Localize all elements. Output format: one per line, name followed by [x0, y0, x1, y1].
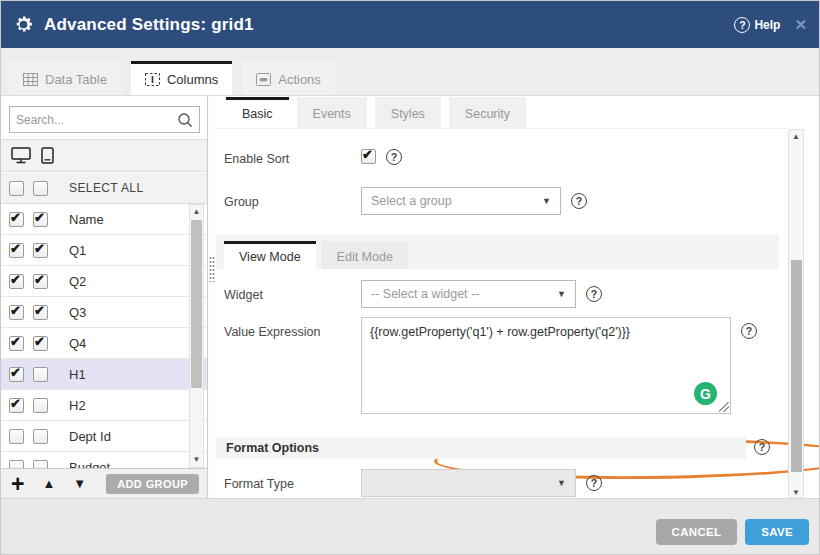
enable-sort-checkbox[interactable]	[361, 149, 376, 164]
columns-left-panel: SELECT ALL Name Q1 Q2 Q3 Q4 H1 H2	[1, 96, 208, 498]
select-all-label: SELECT ALL	[69, 181, 144, 195]
select-all-mobile-checkbox[interactable]	[33, 181, 48, 196]
column-name: H2	[69, 398, 86, 413]
columns-icon	[145, 73, 160, 86]
column-row[interactable]: Q4	[1, 328, 207, 359]
column-name: Budget	[69, 460, 110, 469]
column-name: Q2	[69, 274, 86, 289]
group-label: Group	[224, 195, 259, 209]
format-type-help-icon[interactable]	[586, 475, 602, 491]
gear-icon	[13, 14, 34, 35]
chevron-down-icon	[542, 196, 551, 206]
column-row[interactable]: Q3	[1, 297, 207, 328]
scrollbar-thumb[interactable]	[191, 220, 202, 388]
column-name: Q4	[69, 336, 86, 351]
mobile-checkbox[interactable]	[33, 336, 48, 351]
column-list-scrollbar[interactable]: ▲ ▼	[189, 204, 204, 468]
desktop-checkbox[interactable]	[9, 212, 24, 227]
column-row[interactable]: Dept Id	[1, 421, 207, 452]
value-expression-help-icon[interactable]	[741, 323, 757, 339]
mobile-checkbox[interactable]	[33, 367, 48, 382]
tab-view-mode[interactable]: View Mode	[224, 241, 316, 269]
add-column-button[interactable]: +	[11, 473, 24, 495]
tab-events[interactable]: Events	[297, 97, 367, 128]
move-down-button[interactable]: ▼	[73, 476, 86, 491]
tab-security[interactable]: Security	[449, 97, 526, 128]
desktop-icon[interactable]	[11, 147, 31, 164]
mobile-checkbox[interactable]	[33, 429, 48, 444]
save-button[interactable]: SAVE	[745, 519, 809, 545]
column-name: Dept Id	[69, 429, 111, 444]
chevron-down-icon	[557, 289, 566, 299]
help-button[interactable]: Help	[734, 17, 780, 33]
mobile-icon[interactable]	[41, 147, 54, 164]
scrollbar-thumb[interactable]	[791, 260, 802, 472]
column-name: Name	[69, 212, 104, 227]
enable-sort-label: Enable Sort	[224, 152, 289, 166]
close-icon[interactable]	[794, 17, 807, 32]
search-input[interactable]	[10, 113, 177, 127]
settings-scrollbar[interactable]: ▲ ▼	[788, 129, 804, 501]
main-tab-bar: Data Table Columns Actions	[1, 48, 819, 96]
format-options-header: Format Options	[216, 437, 746, 459]
tab-edit-mode[interactable]: Edit Mode	[322, 241, 408, 269]
search-icon	[177, 112, 193, 128]
scroll-down-icon[interactable]: ▼	[190, 453, 203, 467]
tab-actions[interactable]: Actions	[242, 61, 335, 95]
column-row[interactable]: H2	[1, 390, 207, 421]
format-type-select[interactable]	[361, 469, 576, 497]
left-panel-footer: + ▲ ▼ ADD GROUP	[1, 468, 207, 498]
desktop-checkbox[interactable]	[9, 274, 24, 289]
add-group-button[interactable]: ADD GROUP	[106, 474, 199, 494]
desktop-checkbox[interactable]	[9, 305, 24, 320]
column-row[interactable]: Name	[1, 204, 207, 235]
scroll-up-icon[interactable]: ▲	[789, 130, 803, 144]
cancel-button[interactable]: CANCEL	[656, 519, 738, 545]
mobile-checkbox[interactable]	[33, 398, 48, 413]
tab-columns[interactable]: Columns	[131, 61, 232, 95]
group-select[interactable]: Select a group	[361, 187, 561, 215]
widget-help-icon[interactable]	[586, 286, 602, 302]
basic-settings-form: Enable Sort Group Select a group View Mo…	[216, 129, 787, 501]
column-name: Q1	[69, 243, 86, 258]
mobile-checkbox[interactable]	[33, 274, 48, 289]
mobile-checkbox[interactable]	[33, 243, 48, 258]
tab-styles[interactable]: Styles	[375, 97, 441, 128]
mode-tab-strip: View Mode Edit Mode	[216, 234, 779, 269]
move-up-button[interactable]: ▲	[42, 476, 55, 491]
actions-icon	[256, 73, 271, 86]
desktop-checkbox[interactable]	[9, 367, 24, 382]
dialog-title: Advanced Settings: grid1	[44, 15, 254, 35]
value-expression-textarea[interactable]: {{row.getProperty('q1') + row.getPropert…	[361, 317, 731, 414]
mobile-checkbox[interactable]	[33, 460, 48, 469]
column-row[interactable]: H1	[1, 359, 207, 390]
help-icon	[734, 17, 750, 33]
mobile-checkbox[interactable]	[33, 305, 48, 320]
format-options-help-icon[interactable]	[754, 439, 770, 455]
desktop-checkbox[interactable]	[9, 243, 24, 258]
desktop-checkbox[interactable]	[9, 336, 24, 351]
panel-splitter[interactable]	[208, 96, 216, 498]
column-row[interactable]: Q2	[1, 266, 207, 297]
column-row[interactable]: Q1	[1, 235, 207, 266]
grammarly-icon[interactable]: G	[694, 382, 717, 405]
enable-sort-help-icon[interactable]	[386, 149, 402, 165]
desktop-checkbox[interactable]	[9, 429, 24, 444]
mobile-checkbox[interactable]	[33, 212, 48, 227]
advanced-settings-dialog: Advanced Settings: grid1 Help Data Table…	[0, 0, 820, 555]
column-name: H1	[69, 367, 86, 382]
value-expression-label: Value Expression	[224, 325, 320, 339]
group-help-icon[interactable]	[571, 193, 587, 209]
select-all-desktop-checkbox[interactable]	[9, 181, 24, 196]
tab-data-table[interactable]: Data Table	[9, 61, 121, 95]
desktop-checkbox[interactable]	[9, 460, 24, 469]
resize-handle-icon[interactable]	[719, 402, 729, 412]
widget-select[interactable]: -- Select a widget --	[361, 280, 576, 308]
column-row[interactable]: Budget	[1, 452, 207, 468]
select-all-row[interactable]: SELECT ALL	[1, 173, 207, 204]
desktop-checkbox[interactable]	[9, 398, 24, 413]
data-table-icon	[23, 73, 38, 86]
scroll-up-icon[interactable]: ▲	[190, 205, 203, 219]
tab-basic[interactable]: Basic	[226, 97, 289, 128]
dialog-header: Advanced Settings: grid1 Help	[1, 1, 819, 48]
